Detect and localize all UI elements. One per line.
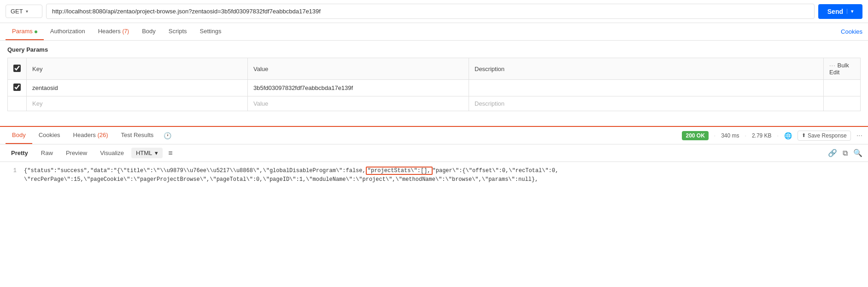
response-panel: Body Cookies Headers (26) Test Results 🕐… <box>0 126 868 189</box>
highlight-projectStats: "projectStats\":[], <box>366 167 433 175</box>
response-tabs-bar: Body Cookies Headers (26) Test Results 🕐… <box>0 127 868 144</box>
subtab-raw[interactable]: Raw <box>35 147 59 159</box>
col-header-key: Key <box>27 58 248 80</box>
response-text-2: \"recPerPage\":15,\"pageCookie\":\"pager… <box>24 175 538 184</box>
response-tab-cookies[interactable]: Cookies <box>32 127 67 144</box>
row-checkbox-0[interactable] <box>13 84 21 91</box>
send-button[interactable]: Send ▾ <box>818 4 862 19</box>
tab-scripts[interactable]: Scripts <box>162 23 194 40</box>
response-text-1: {"status":"success","data":"{\"title\":\… <box>24 167 558 175</box>
subtab-preview[interactable]: Preview <box>60 147 93 159</box>
subtab-visualize[interactable]: Visualize <box>94 147 129 159</box>
tab-params[interactable]: Params <box>6 23 44 40</box>
tab-body[interactable]: Body <box>135 23 162 40</box>
method-label: GET <box>11 8 23 15</box>
tab-settings[interactable]: Settings <box>194 23 228 40</box>
url-input[interactable] <box>46 4 815 19</box>
headers-badge: (7) <box>122 28 129 35</box>
cookies-link[interactable]: Cookies <box>841 28 862 35</box>
line-number-2 <box>7 175 17 184</box>
tab-authorization[interactable]: Authorization <box>44 23 92 40</box>
response-body: 1 {"status":"success","data":"{\"title\"… <box>0 162 868 189</box>
response-meta: 200 OK · 340 ms · 2.79 KB · 🌐 ⬆ Save Res… <box>682 131 862 141</box>
col-header-value: Value <box>248 58 469 80</box>
empty-description-cell[interactable]: Description <box>469 96 824 111</box>
format-chevron-icon: ▾ <box>155 149 158 156</box>
response-line-1: 1 {"status":"success","data":"{\"title\"… <box>7 167 861 175</box>
col-header-bulk-edit: ··· Bulk Edit <box>824 58 861 80</box>
url-bar: GET ▾ Send ▾ <box>0 0 868 23</box>
method-chevron-icon: ▾ <box>26 9 28 14</box>
response-more-icon[interactable]: ··· <box>856 132 862 140</box>
format-select[interactable]: HTML ▾ <box>131 148 163 158</box>
method-select[interactable]: GET ▾ <box>6 5 42 18</box>
row-value-0[interactable]: 3b5fd03097832fdf7eabbcbda17e139f <box>248 80 469 96</box>
table-row-empty: Key Value Description <box>8 96 861 111</box>
row-key-0[interactable]: zentaosid <box>27 80 248 96</box>
globe-icon: 🌐 <box>784 132 792 139</box>
send-label: Send <box>827 8 843 15</box>
link-icon[interactable]: 🔗 <box>828 149 837 157</box>
response-line-2: \"recPerPage\":15,\"pageCookie\":\"pager… <box>7 175 861 184</box>
tab-headers[interactable]: Headers (7) <box>92 23 135 40</box>
table-row: zentaosid 3b5fd03097832fdf7eabbcbda17e13… <box>8 80 861 96</box>
col-header-checkbox <box>8 58 27 80</box>
response-size: 2.79 KB <box>752 132 772 139</box>
save-icon: ⬆ <box>802 132 806 138</box>
status-badge: 200 OK <box>682 131 708 140</box>
row-description-0[interactable] <box>469 80 824 96</box>
empty-value-cell[interactable]: Value <box>248 96 469 111</box>
params-active-dot <box>35 30 37 33</box>
copy-icon[interactable]: ⧉ <box>843 149 848 157</box>
request-tabs-bar: Params Authorization Headers (7) Body Sc… <box>0 23 868 41</box>
save-response-button[interactable]: ⬆ Save Response <box>798 131 851 141</box>
query-params-section: Query Params Key Value Description ··· B… <box>0 41 868 117</box>
response-subtabs: Pretty Raw Preview Visualize HTML ▾ ≡ 🔗 … <box>0 144 868 162</box>
response-time: 340 ms <box>721 132 739 139</box>
col-header-description: Description <box>469 58 824 80</box>
query-params-title: Query Params <box>7 46 861 53</box>
search-icon[interactable]: 🔍 <box>853 149 862 157</box>
response-headers-badge: (26) <box>97 132 108 138</box>
history-icon[interactable]: 🕐 <box>164 132 171 139</box>
response-tab-test-results[interactable]: Test Results <box>115 127 160 144</box>
subtab-pretty[interactable]: Pretty <box>6 147 34 159</box>
response-tab-headers[interactable]: Headers (26) <box>67 127 115 144</box>
params-table: Key Value Description ··· Bulk Edit zent… <box>7 58 861 111</box>
response-tab-body[interactable]: Body <box>6 127 32 144</box>
line-number-1: 1 <box>7 167 17 175</box>
select-all-checkbox[interactable] <box>13 65 21 72</box>
word-wrap-icon[interactable]: ≡ <box>168 149 172 157</box>
dots-icon: ··· <box>829 62 836 69</box>
response-subtabs-right: 🔗 ⧉ 🔍 <box>828 149 862 157</box>
send-chevron-icon: ▾ <box>847 9 853 14</box>
empty-key-cell[interactable]: Key <box>27 96 248 111</box>
